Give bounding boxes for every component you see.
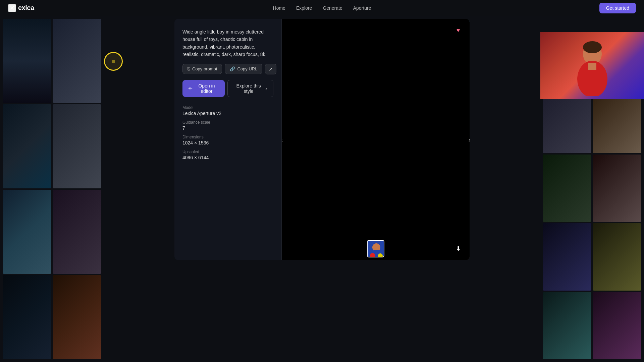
rsg-item-7[interactable] (543, 292, 591, 359)
guidance-value: 7 (182, 125, 273, 131)
nav-generate[interactable]: Generate (323, 5, 342, 11)
left-sidebar (0, 16, 104, 362)
modal: Wide angle little boy in messy cluttered… (104, 13, 540, 362)
modal-left-panel: Wide angle little boy in messy cluttered… (174, 19, 282, 260)
explore-label: Explore this style (234, 83, 263, 94)
sidebar-item-8[interactable] (53, 275, 101, 359)
copy-url-button[interactable]: 🔗 Copy URL (225, 64, 262, 74)
close-button[interactable]: ✕ (8, 4, 16, 12)
cursor-highlight (104, 52, 123, 71)
rsg-item-3[interactable] (543, 155, 591, 222)
external-icon: ↗ (269, 66, 273, 72)
cursor-dot (112, 60, 115, 63)
model-meta: Model Lexica Aperture v2 (182, 105, 273, 116)
favorite-button[interactable]: ♥ (452, 24, 464, 36)
sidebar-item-2[interactable] (53, 19, 101, 103)
svg-rect-52 (282, 19, 470, 260)
navbar-left: ✕ exica (8, 4, 34, 12)
right-sidebar (540, 16, 644, 362)
rsg-item-8[interactable] (593, 292, 641, 359)
action-buttons-row-2: ✏ Open in editor Explore this style › (182, 80, 273, 97)
external-link-button[interactable]: ↗ (265, 64, 276, 74)
edit-icon: ✏ (189, 86, 193, 91)
upscaled-meta: Upscaled 4096 × 6144 (182, 149, 273, 160)
download-icon: ⬇ (456, 245, 461, 252)
webcam-inner (540, 32, 644, 99)
modal-right-panel: red ball (282, 19, 470, 260)
person-silhouette (559, 36, 626, 96)
open-in-editor-button[interactable]: ✏ Open in editor (182, 80, 225, 97)
main-scene-image: red ball (282, 19, 470, 260)
nav-explore[interactable]: Explore (296, 5, 312, 11)
copy-prompt-label: Copy prompt (192, 66, 217, 71)
heart-icon: ♥ (457, 27, 460, 34)
open-in-editor-label: Open in editor (195, 83, 219, 94)
copy-prompt-button[interactable]: ⎘ Copy prompt (182, 64, 222, 74)
dimensions-label: Dimensions (182, 135, 273, 139)
thumbnail-1[interactable] (367, 240, 384, 257)
thumbnail-preview (368, 241, 384, 257)
arrow-right-icon: › (469, 136, 470, 143)
sidebar-item-6[interactable] (53, 190, 101, 274)
right-sidebar-lower (540, 83, 644, 362)
copy-icon: ⎘ (187, 66, 190, 71)
upscaled-value: 4096 × 6144 (182, 155, 273, 160)
guidance-label: Guidance scale (182, 120, 273, 125)
logo-area: ✕ exica (8, 4, 34, 12)
webcam-overlay (540, 32, 644, 99)
dimensions-meta: Dimensions 1024 × 1536 (182, 135, 273, 145)
model-label: Model (182, 105, 273, 110)
dimensions-value: 1024 × 1536 (182, 140, 273, 145)
thumbnail-strip (367, 240, 384, 257)
sidebar-item-7[interactable] (3, 275, 51, 359)
link-icon: 🔗 (230, 66, 235, 71)
navbar: ✕ exica Home Explore Generate Aperture G… (0, 0, 644, 16)
sidebar-item-5[interactable] (3, 190, 51, 274)
copy-url-label: Copy URL (237, 66, 257, 71)
sidebar-item-1[interactable] (3, 19, 51, 103)
svg-point-1 (583, 41, 602, 53)
nav-home[interactable]: Home (273, 5, 285, 11)
rsg-item-5[interactable] (543, 223, 591, 291)
rsg-item-6[interactable] (593, 223, 641, 291)
prompt-text: Wide angle little boy in messy cluttered… (182, 28, 273, 58)
sidebar-item-3[interactable] (3, 104, 51, 188)
upscaled-label: Upscaled (182, 149, 273, 154)
get-started-button[interactable]: Get started (599, 3, 636, 13)
sidebar-item-4[interactable] (53, 104, 101, 188)
rsg-item-4[interactable] (593, 155, 641, 222)
download-button[interactable]: ⬇ (452, 243, 464, 255)
modal-inner: Wide angle little boy in messy cluttered… (174, 19, 470, 260)
logo-text: exica (18, 4, 34, 12)
arrow-left-icon: ‹ (282, 136, 283, 143)
guidance-meta: Guidance scale 7 (182, 120, 273, 131)
close-icon: ✕ (10, 4, 15, 12)
svg-rect-3 (588, 63, 596, 70)
explore-this-style-button[interactable]: Explore this style › (227, 80, 273, 97)
chevron-right-icon: › (265, 86, 267, 91)
metadata-section: Model Lexica Aperture v2 Guidance scale … (182, 105, 273, 160)
action-buttons-row-1: ⎘ Copy prompt 🔗 Copy URL ↗ (182, 64, 273, 74)
nav-aperture[interactable]: Aperture (353, 5, 371, 11)
sidebar-grid (0, 16, 104, 362)
navbar-center: Home Explore Generate Aperture (273, 5, 371, 11)
model-value: Lexica Aperture v2 (182, 111, 273, 116)
